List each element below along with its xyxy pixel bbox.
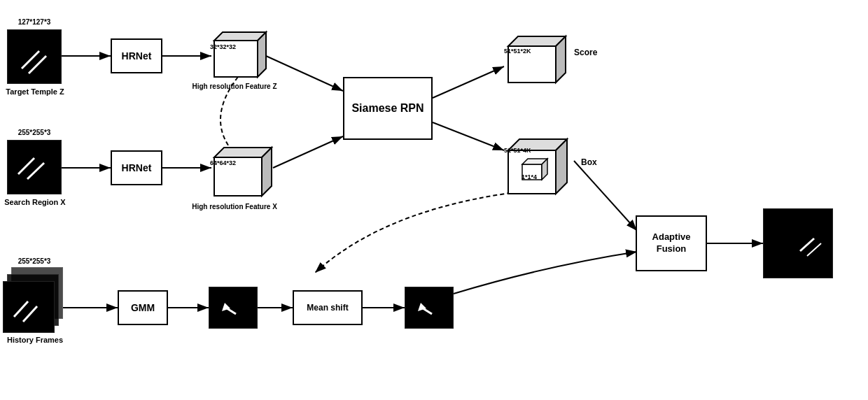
mean-shift-output-block	[405, 287, 454, 329]
siamese-rpn-box: Siamese RPN	[343, 77, 433, 140]
svg-line-7	[273, 136, 343, 168]
box-dims-large: 51*51*4K	[504, 147, 531, 154]
svg-line-18	[18, 158, 34, 174]
adaptive-fusion-box: AdaptiveFusion	[636, 215, 707, 271]
target-dims-label: 127*127*3	[7, 18, 62, 26]
feature-x-cube	[209, 143, 279, 199]
architecture-diagram: 127*127*3 Target Temple Z 255*255*3 Sear…	[0, 0, 868, 400]
score-label: Score	[574, 48, 597, 57]
history-label: History Frames	[4, 336, 66, 344]
feature-x-label: High resolution Feature X	[189, 203, 280, 210]
svg-line-21	[23, 306, 37, 322]
history-frame-1	[3, 281, 55, 333]
svg-line-42	[807, 243, 821, 256]
history-dims-label: 255*255*3	[6, 257, 63, 265]
svg-marker-24	[258, 32, 266, 77]
feature-z-label: High resolution Feature Z	[189, 83, 280, 90]
svg-line-19	[27, 163, 44, 179]
feature-x-dims: 64*64*32	[210, 159, 236, 166]
adaptive-fusion-label: AdaptiveFusion	[652, 231, 691, 255]
score-dims: 51*51*2K	[504, 48, 531, 55]
hrnet2-box: HRNet	[111, 150, 162, 185]
score-cube	[503, 32, 573, 88]
search-label: Search Region X	[4, 198, 66, 206]
gmm-box: GMM	[118, 290, 168, 325]
svg-line-10	[574, 161, 637, 231]
svg-line-41	[800, 238, 814, 251]
target-image	[7, 29, 62, 84]
box-label: Box	[581, 157, 597, 167]
target-label: Target Temple Z	[4, 87, 66, 96]
search-dims-label: 255*255*3	[6, 129, 63, 136]
search-image	[7, 140, 62, 194]
feature-z-cube	[209, 28, 272, 80]
mean-shift-box: Mean shift	[293, 290, 363, 325]
box-cube	[503, 129, 580, 203]
svg-line-8	[433, 66, 504, 98]
hrnet1-box: HRNet	[111, 38, 162, 73]
feature-z-dims: 32*32*32	[210, 43, 236, 50]
output-image	[763, 208, 833, 278]
svg-line-20	[14, 301, 28, 317]
box-dims-small: 1*1*4	[522, 173, 537, 180]
gmm-output-block	[209, 287, 258, 329]
svg-line-9	[433, 122, 504, 150]
